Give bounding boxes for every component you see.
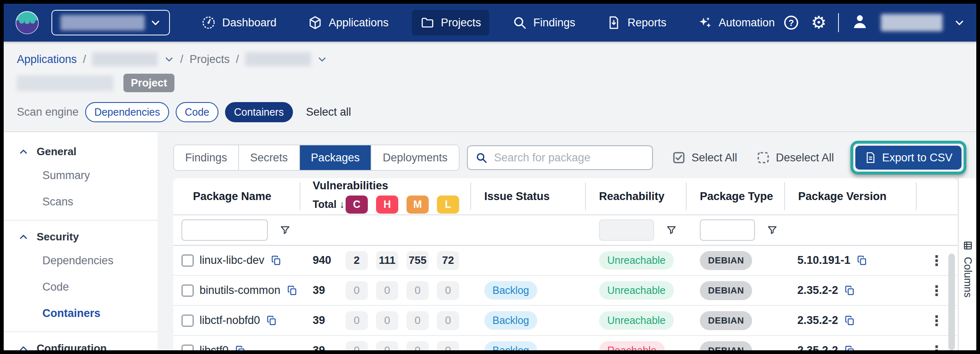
chevron-down-icon[interactable]: [317, 54, 327, 64]
help-icon[interactable]: ?: [783, 14, 799, 31]
breadcrumb-applications-link[interactable]: Applications: [17, 53, 77, 66]
settings-gear-icon[interactable]: ⚙: [811, 14, 827, 31]
columns-label: Columns: [962, 257, 974, 298]
scan-chip-dependencies[interactable]: Dependencies: [85, 102, 169, 122]
row-actions-menu[interactable]: ⋮: [930, 344, 944, 354]
vertical-scrollbar-thumb[interactable]: [948, 254, 955, 350]
search-icon: [475, 151, 488, 164]
vuln-low-count: 0: [437, 311, 459, 330]
dashboard-icon: [201, 15, 216, 30]
nav-item-dashboard[interactable]: Dashboard: [193, 10, 285, 35]
tab-deployments[interactable]: Deployments: [372, 145, 459, 170]
project-type-badge: Project: [123, 74, 174, 92]
col-header-actions: [916, 178, 957, 214]
nav-right: ? ⚙: [783, 12, 965, 33]
scan-chip-containers[interactable]: Containers: [225, 102, 293, 122]
row-actions-menu[interactable]: ⋮: [930, 314, 944, 328]
nav-item-reports[interactable]: Reports: [598, 10, 675, 35]
chevron-down-icon[interactable]: [954, 17, 965, 28]
col-header-vulnerabilities: Vulnerabilities Total ↓ C H M L: [300, 178, 470, 214]
deselect-all-button[interactable]: Deselect All: [756, 151, 834, 165]
row-checkbox[interactable]: [181, 314, 194, 327]
sidebar-section-header-security[interactable]: Security: [4, 226, 158, 247]
chevron-down-icon[interactable]: [164, 54, 174, 64]
copy-icon[interactable]: [235, 345, 246, 354]
vuln-total: 940: [313, 254, 346, 267]
reachability-filter-input[interactable]: [599, 219, 654, 241]
package-version: 5.10.191-1: [797, 254, 850, 267]
nav-item-projects[interactable]: Projects: [412, 10, 490, 35]
search-icon: [512, 15, 527, 30]
sidebar-item-containers[interactable]: Containers: [4, 300, 158, 326]
tab-packages[interactable]: Packages: [300, 145, 372, 170]
col-header-package-version: Package Version: [784, 178, 916, 214]
export-label: Export to CSV: [882, 151, 952, 164]
row-actions-menu[interactable]: ⋮: [930, 254, 944, 268]
filter-funnel-icon[interactable]: [279, 224, 291, 236]
vuln-medium-count: 0: [406, 281, 429, 300]
sparkles-icon: [698, 15, 713, 30]
cube-icon: [308, 15, 323, 30]
table-filter-row: [173, 215, 957, 246]
reachability-pill: Reachable: [599, 341, 665, 354]
vuln-high-count: 0: [376, 281, 398, 300]
export-to-csv-button[interactable]: Export to CSV: [855, 146, 961, 170]
tab-findings[interactable]: Findings: [174, 145, 239, 170]
package-name: binutils-common: [200, 284, 281, 297]
copy-icon[interactable]: [844, 315, 855, 326]
col-header-reachability: Reachability: [585, 178, 686, 214]
vuln-medium-count: 0: [406, 311, 429, 330]
severity-critical-badge: C: [346, 196, 368, 214]
copy-icon[interactable]: [271, 255, 282, 266]
table-row: libctf-nobfd0 390000 Backlog Unreachable…: [173, 306, 957, 336]
row-actions-menu[interactable]: ⋮: [930, 284, 944, 298]
package-search[interactable]: [467, 145, 653, 170]
copy-icon[interactable]: [287, 285, 298, 296]
search-input[interactable]: [494, 151, 645, 164]
select-all-button[interactable]: Select All: [672, 151, 737, 165]
row-checkbox[interactable]: [181, 254, 194, 267]
scan-engine-label: Scan engine: [17, 106, 79, 119]
mend-logo[interactable]: [15, 11, 39, 35]
row-checkbox[interactable]: [181, 345, 194, 354]
filter-funnel-icon[interactable]: [766, 224, 778, 236]
copy-icon[interactable]: [844, 345, 855, 354]
filter-funnel-icon[interactable]: [666, 224, 677, 236]
sidebar-section-general: General Summary Scans: [4, 135, 158, 221]
package-name-filter-input[interactable]: [181, 219, 268, 241]
user-avatar[interactable]: [850, 12, 869, 33]
copy-icon[interactable]: [857, 255, 868, 266]
scan-select-all[interactable]: Select all: [306, 106, 351, 119]
total-sort-control[interactable]: Total ↓: [313, 198, 346, 210]
sidebar-item-scans[interactable]: Scans: [4, 189, 158, 215]
col-header-issue-status: Issue Status: [470, 178, 585, 214]
columns-button[interactable]: Columns: [959, 178, 976, 298]
sidebar-item-summary[interactable]: Summary: [4, 162, 158, 189]
main-nav: Dashboard Applications Projects Findings…: [193, 10, 783, 35]
row-checkbox[interactable]: [181, 284, 194, 297]
chevron-up-icon: [19, 344, 28, 354]
nav-item-findings[interactable]: Findings: [504, 10, 583, 35]
nav-label: Reports: [627, 16, 666, 29]
vuln-critical-count: 0: [346, 341, 368, 354]
scan-chip-code[interactable]: Code: [176, 102, 218, 122]
sidebar-item-code[interactable]: Code: [4, 274, 158, 300]
vulnerabilities-subheader: Total ↓ C H M L: [313, 196, 467, 214]
deselect-all-label: Deselect All: [776, 151, 834, 164]
package-type-filter-input[interactable]: [700, 219, 755, 241]
nav-item-automation[interactable]: Automation: [690, 10, 783, 35]
chevron-down-icon: [150, 17, 161, 28]
package-version: 2.35.2-2: [797, 344, 838, 354]
sidebar-item-dependencies[interactable]: Dependencies: [4, 247, 158, 274]
copy-icon[interactable]: [844, 285, 855, 296]
package-name: linux-libc-dev: [200, 254, 265, 267]
copy-icon[interactable]: [266, 315, 277, 326]
sidebar-section-header-general[interactable]: General: [4, 141, 158, 162]
sidebar-section-header-configuration[interactable]: Configuration: [4, 338, 158, 354]
nav-item-applications[interactable]: Applications: [300, 10, 397, 35]
tab-secrets[interactable]: Secrets: [239, 145, 300, 170]
filter-reachability: [585, 219, 686, 241]
chevron-up-icon: [19, 147, 28, 157]
table-row: linux-libc-dev 940211175572 Unreachable …: [173, 246, 957, 276]
org-selector[interactable]: [51, 10, 170, 35]
